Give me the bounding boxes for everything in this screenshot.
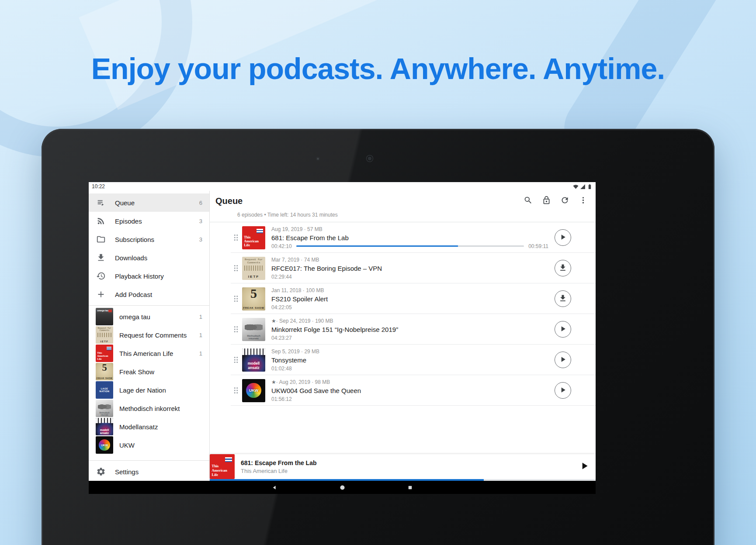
home-button[interactable] — [337, 483, 347, 492]
sidebar-item-count: 3 — [199, 218, 202, 224]
play-button[interactable] — [555, 352, 571, 368]
episode-row-2[interactable]: Request for Comments IETF Mar 7, 2019 · … — [210, 253, 596, 283]
sidebar-item-count: 6 — [199, 200, 202, 206]
sidebar-item-episodes[interactable]: Episodes 3 — [89, 212, 209, 230]
mini-player[interactable]: This American Life 681: Escape From the … — [210, 454, 596, 479]
sidebar-item-subscriptions[interactable]: Subscriptions 3 — [89, 230, 209, 248]
episode-meta: Mar 7, 2019 · 74 MB — [271, 257, 319, 263]
podcast-artwork-omega-tau: omega tau — [96, 308, 113, 325]
podcast-artwork-request-for-comments: Request for Comments IETF — [96, 326, 113, 344]
sidebar: Queue 6 Episodes 3 Subscriptions 3 — [89, 191, 210, 481]
drag-handle-icon[interactable] — [230, 294, 242, 304]
sidebar-item-count: 1 — [199, 314, 202, 320]
drag-handle-icon[interactable] — [230, 263, 242, 273]
episode-progress-fill — [296, 245, 458, 247]
app-body: Queue 6 Episodes 3 Subscriptions 3 — [89, 191, 596, 481]
search-button[interactable] — [519, 192, 537, 210]
drag-handle-icon[interactable] — [230, 324, 242, 334]
sidebar-footer: Settings — [89, 459, 209, 481]
artwork-sublabel: IETF — [96, 340, 113, 343]
mini-player-podcast: This American Life — [241, 468, 573, 474]
episode-meta: Sep 5, 2019 · 29 MB — [271, 348, 319, 355]
refresh-button[interactable] — [555, 192, 574, 210]
episode-row-6[interactable]: UKW ★ · Aug 20, 2019 · 98 MB UKW004 God … — [210, 375, 596, 406]
play-button[interactable] — [555, 382, 571, 399]
sidebar-item-label: Playback History — [115, 272, 194, 280]
sidebar-item-omega-tau[interactable]: omega tau omega tau 1 — [89, 307, 209, 326]
gear-icon — [96, 467, 106, 476]
sidebar-item-label: Subscriptions — [115, 236, 191, 243]
episode-info: Mar 7, 2019 · 74 MB RFCE017: The Boring … — [265, 257, 548, 280]
artwork-label: modell ansatz — [242, 361, 265, 370]
drag-handle-icon[interactable] — [230, 233, 242, 242]
promo-canvas: Enjoy your podcasts. Anywhere. Anytime. … — [0, 0, 756, 545]
rss-icon — [96, 216, 106, 226]
sidebar-item-methodisch-inkorrekt[interactable]: Methodisch inkorrekt Methodisch inkorrek… — [89, 399, 209, 417]
episode-row-1[interactable]: This American Life Aug 19, 2019 · 57 MB … — [210, 222, 596, 253]
artwork-label: Methodisch inkorrekt — [243, 335, 264, 340]
recents-icon — [407, 485, 413, 490]
episode-row-4[interactable]: Methodisch inkorrekt ★ · Sep 24, 2019 · … — [210, 314, 596, 345]
back-button[interactable] — [270, 483, 279, 492]
sidebar-item-add-podcast[interactable]: Add Podcast — [89, 285, 209, 304]
drag-handle-icon[interactable] — [230, 355, 242, 365]
sidebar-item-modellansatz[interactable]: modell ansatz Modellansatz — [89, 417, 209, 436]
episode-meta: · Sep 24, 2019 · 190 MB — [276, 318, 333, 324]
download-button[interactable] — [555, 290, 571, 307]
episode-list: This American Life Aug 19, 2019 · 57 MB … — [210, 222, 596, 454]
sidebar-item-this-american-life[interactable]: This American Life This American Life 1 — [89, 344, 209, 362]
refresh-icon — [560, 196, 569, 206]
episode-progress-bar[interactable] — [296, 245, 524, 247]
battery-icon — [587, 184, 593, 190]
sidebar-item-label: Settings — [115, 468, 202, 476]
download-button[interactable] — [555, 260, 571, 276]
artwork-label: Request for Comments — [96, 327, 113, 331]
main-content: Queue 6 episodes • Time left: 14 hours 3… — [210, 191, 596, 481]
sidebar-item-request-for-comments[interactable]: Request for Comments IETF Request for Co… — [89, 326, 209, 344]
episode-duration: 02:29:44 — [271, 274, 292, 280]
sidebar-item-count: 1 — [199, 350, 202, 357]
status-bar: 10:22 — [89, 182, 596, 191]
sidebar-divider — [89, 460, 209, 461]
sidebar-item-playback-history[interactable]: Playback History — [89, 267, 209, 285]
episode-info: ★ · Sep 24, 2019 · 190 MB Minkorrekt Fol… — [265, 318, 548, 341]
artwork-label: FREAK SHOW — [96, 377, 113, 379]
episode-meta: Aug 19, 2019 · 57 MB — [271, 226, 323, 232]
drag-handle-icon[interactable] — [230, 386, 242, 395]
episode-row-5[interactable]: modell ansatz Sep 5, 2019 · 29 MB Tonsys… — [210, 345, 596, 375]
episode-duration: 01:56:12 — [271, 396, 292, 402]
sidebar-item-freak-show[interactable]: 5 FREAK SHOW Freak Show — [89, 362, 209, 381]
episode-row-3[interactable]: 5 FREAK SHOW Jan 11, 2018 · 100 MB FS210… — [210, 283, 596, 314]
download-icon — [96, 253, 106, 262]
queue-icon — [96, 198, 106, 207]
search-icon — [524, 196, 533, 206]
sidebar-item-lage-der-nation[interactable]: LAGE NATION Lage der Nation — [89, 381, 209, 399]
sidebar-item-settings[interactable]: Settings — [89, 462, 209, 481]
episode-title: Minkorrekt Folge 151 “Ig-Nobelpreise 201… — [271, 326, 548, 333]
sidebar-item-downloads[interactable]: Downloads — [89, 248, 209, 267]
artwork-mark: 5 — [242, 287, 265, 301]
play-button[interactable] — [555, 321, 571, 338]
play-icon — [558, 324, 567, 335]
download-icon — [558, 263, 567, 273]
queue-lock-button[interactable] — [537, 192, 555, 210]
episode-artwork-this-american-life: This American Life — [242, 226, 265, 249]
episode-artwork-modellansatz: modell ansatz — [242, 348, 265, 372]
overflow-menu-button[interactable] — [574, 192, 592, 210]
hero-headline: Enjoy your podcasts. Anywhere. Anytime. — [0, 52, 756, 86]
episode-meta: · Aug 20, 2019 · 98 MB — [276, 379, 330, 385]
episode-info: Sep 5, 2019 · 29 MB Tonsysteme 01:02:48 — [265, 348, 548, 372]
mini-player-play-button[interactable] — [573, 454, 596, 479]
recents-button[interactable] — [405, 483, 415, 492]
play-button[interactable] — [555, 229, 571, 246]
sidebar-item-label: Episodes — [115, 217, 191, 225]
sidebar-item-label: UKW — [119, 442, 196, 449]
folder-icon — [96, 235, 106, 244]
sidebar-item-ukw[interactable]: UKW UKW — [89, 436, 209, 454]
more-vert-icon — [579, 196, 588, 206]
tal-flag-mark — [225, 457, 232, 462]
play-icon — [579, 460, 590, 473]
sidebar-item-queue[interactable]: Queue 6 — [89, 193, 209, 212]
episode-duration: 01:02:48 — [271, 366, 292, 372]
plus-icon — [96, 290, 106, 299]
